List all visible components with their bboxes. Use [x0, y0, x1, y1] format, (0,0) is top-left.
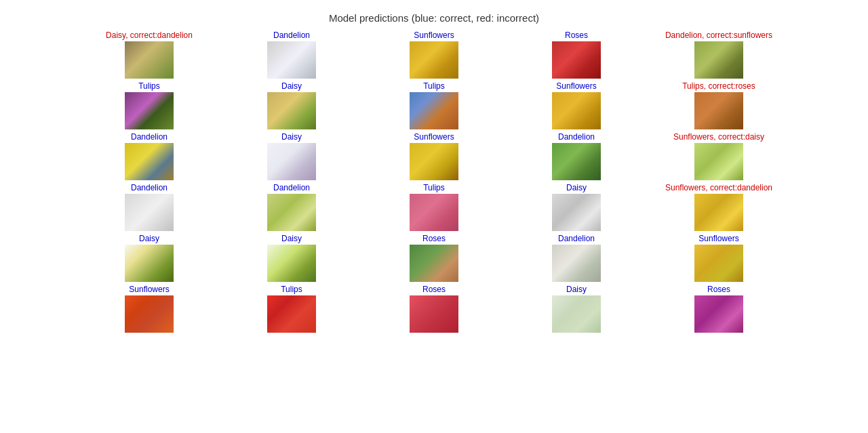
flower-image: [552, 194, 601, 231]
flower-label: Tulips: [138, 81, 160, 91]
flower-item: Dandelion: [267, 183, 316, 231]
flower-item: Sunflowers: [125, 285, 174, 333]
flower-image: [125, 143, 174, 180]
flower-label: Daisy: [281, 132, 302, 142]
flower-item: Sunflowers: [410, 30, 458, 79]
flower-item: Tulips: [267, 285, 316, 333]
column-3: SunflowersTulipsSunflowersTulipsRosesRos…: [363, 30, 505, 335]
flower-label: Daisy: [281, 234, 302, 243]
flower-item: Daisy: [267, 132, 316, 180]
flower-label: Tulips: [423, 183, 445, 192]
flower-label: Roses: [422, 285, 446, 294]
flower-image: [694, 143, 743, 180]
flower-image: [552, 41, 601, 79]
flower-image: [410, 41, 458, 79]
flower-item: Daisy: [125, 234, 174, 282]
flower-label: Daisy, correct:dandelion: [106, 30, 193, 40]
flower-label: Daisy: [281, 81, 302, 91]
flower-item: Dandelion: [267, 30, 316, 79]
flower-label: Sunflowers: [414, 132, 454, 142]
flower-label: Dandelion: [131, 183, 167, 192]
flower-item: Sunflowers: [552, 81, 601, 129]
flower-image: [410, 92, 458, 129]
flower-image: [267, 295, 316, 333]
flower-label: Sunflowers: [129, 285, 169, 294]
flower-item: Daisy, correct:dandelion: [106, 30, 193, 79]
flower-image: [552, 143, 601, 180]
flower-item: Sunflowers: [694, 234, 743, 282]
flower-image: [552, 92, 601, 129]
flower-label: Dandelion: [558, 132, 595, 142]
flower-item: Sunflowers: [410, 132, 458, 180]
flower-image: [267, 92, 316, 129]
flower-image: [552, 295, 601, 333]
flower-image: [267, 245, 316, 282]
flower-label: Tulips: [281, 285, 302, 294]
flower-image: [694, 194, 743, 231]
flower-label: Roses: [565, 30, 588, 40]
column-4: RosesSunflowersDandelionDaisyDandelionDa…: [505, 30, 648, 335]
flower-image: [125, 194, 174, 231]
flower-image: [267, 143, 316, 180]
flower-image: [410, 245, 458, 282]
page-title: Model predictions (blue: correct, red: i…: [0, 0, 868, 30]
column-1: Daisy, correct:dandelionTulipsDandelionD…: [78, 30, 220, 335]
flower-item: Dandelion, correct:sunflowers: [665, 30, 772, 79]
flower-image: [694, 92, 743, 129]
flower-image: [125, 92, 174, 129]
flower-image: [694, 245, 743, 282]
flower-item: Daisy: [267, 81, 316, 129]
flower-image: [125, 245, 174, 282]
flower-item: Roses: [694, 285, 743, 333]
flower-item: Roses: [410, 285, 458, 333]
flower-label: Sunflowers, correct:daisy: [673, 132, 764, 142]
flower-label: Dandelion, correct:sunflowers: [665, 30, 772, 40]
flower-image: [410, 194, 458, 231]
flower-image: [125, 41, 174, 79]
flower-label: Sunflowers: [698, 234, 738, 243]
flower-label: Dandelion: [558, 234, 595, 243]
flower-item: Dandelion: [552, 132, 601, 180]
flower-label: Roses: [707, 285, 730, 294]
flower-label: Dandelion: [273, 183, 310, 192]
flower-item: Daisy: [267, 234, 316, 282]
flower-item: Daisy: [552, 183, 601, 231]
flower-image: [125, 295, 174, 333]
flower-item: Dandelion: [552, 234, 601, 282]
flower-image: [410, 143, 458, 180]
flower-label: Daisy: [566, 183, 587, 192]
flower-item: Sunflowers, correct:dandelion: [665, 183, 772, 231]
flower-item: Tulips: [410, 81, 458, 129]
flower-item: Dandelion: [125, 132, 174, 180]
flower-label: Dandelion: [131, 132, 167, 142]
column-5: Dandelion, correct:sunflowersTulips, cor…: [648, 30, 790, 335]
flower-item: Tulips, correct:roses: [682, 81, 755, 129]
flower-label: Daisy: [566, 285, 587, 294]
flower-image: [694, 295, 743, 333]
flower-label: Daisy: [139, 234, 159, 243]
flower-item: Sunflowers, correct:daisy: [673, 132, 764, 180]
flower-item: Dandelion: [125, 183, 174, 231]
flower-item: Tulips: [125, 81, 174, 129]
flower-image: [694, 41, 743, 79]
flower-image: [410, 295, 458, 333]
flower-item: Daisy: [552, 285, 601, 333]
flower-item: Roses: [552, 30, 601, 79]
predictions-grid: Daisy, correct:dandelionTulipsDandelionD…: [0, 30, 868, 335]
flower-label: Sunflowers: [556, 81, 596, 91]
column-2: DandelionDaisyDaisyDandelionDaisyTulips: [220, 30, 363, 335]
flower-label: Sunflowers, correct:dandelion: [665, 183, 772, 192]
flower-item: Roses: [410, 234, 458, 282]
flower-label: Dandelion: [273, 30, 310, 40]
flower-image: [552, 245, 601, 282]
flower-label: Tulips, correct:roses: [682, 81, 755, 91]
flower-label: Sunflowers: [414, 30, 454, 40]
flower-image: [267, 41, 316, 79]
flower-item: Tulips: [410, 183, 458, 231]
flower-image: [267, 194, 316, 231]
flower-label: Roses: [422, 234, 446, 243]
flower-label: Tulips: [423, 81, 445, 91]
